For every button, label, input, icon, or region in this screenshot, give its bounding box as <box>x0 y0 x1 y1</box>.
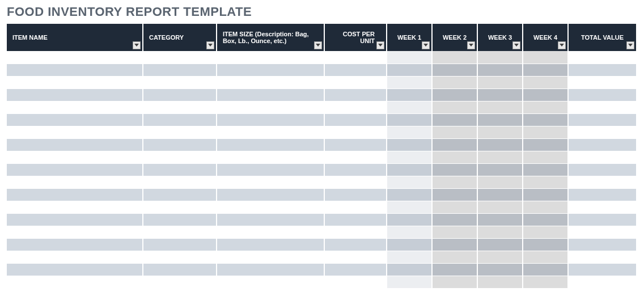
table-cell[interactable] <box>324 101 387 113</box>
table-cell[interactable] <box>387 64 432 76</box>
table-cell[interactable] <box>143 201 217 213</box>
table-cell[interactable] <box>477 238 523 251</box>
table-cell[interactable] <box>387 226 432 238</box>
table-cell[interactable] <box>387 176 432 188</box>
table-cell[interactable] <box>523 226 568 238</box>
table-cell[interactable] <box>143 238 217 251</box>
table-cell[interactable] <box>432 126 477 138</box>
table-cell[interactable] <box>523 151 568 163</box>
table-cell[interactable] <box>477 163 523 176</box>
table-cell[interactable] <box>143 64 217 76</box>
table-cell[interactable] <box>387 263 432 276</box>
table-cell[interactable] <box>523 176 568 188</box>
table-cell[interactable] <box>7 76 143 88</box>
filter-dropdown-icon[interactable] <box>422 41 430 49</box>
table-cell[interactable] <box>477 51 523 64</box>
table-cell[interactable] <box>523 101 568 113</box>
table-cell[interactable] <box>432 138 477 151</box>
table-cell[interactable] <box>523 188 568 201</box>
table-cell[interactable] <box>217 126 324 138</box>
table-cell[interactable] <box>568 276 636 288</box>
table-cell[interactable] <box>324 51 387 64</box>
table-cell[interactable] <box>568 201 636 213</box>
table-cell[interactable] <box>387 101 432 113</box>
table-cell[interactable] <box>432 101 477 113</box>
table-cell[interactable] <box>477 113 523 126</box>
table-cell[interactable] <box>7 88 143 101</box>
filter-dropdown-icon[interactable] <box>376 41 384 49</box>
table-cell[interactable] <box>217 238 324 251</box>
table-cell[interactable] <box>568 251 636 263</box>
table-cell[interactable] <box>143 176 217 188</box>
table-cell[interactable] <box>7 251 143 263</box>
table-cell[interactable] <box>7 201 143 213</box>
table-cell[interactable] <box>143 151 217 163</box>
table-cell[interactable] <box>7 51 143 64</box>
table-cell[interactable] <box>143 163 217 176</box>
table-cell[interactable] <box>523 51 568 64</box>
table-cell[interactable] <box>477 138 523 151</box>
filter-dropdown-icon[interactable] <box>558 41 566 49</box>
table-cell[interactable] <box>324 263 387 276</box>
table-cell[interactable] <box>477 176 523 188</box>
table-cell[interactable] <box>477 101 523 113</box>
table-cell[interactable] <box>143 88 217 101</box>
table-cell[interactable] <box>7 238 143 251</box>
table-cell[interactable] <box>432 226 477 238</box>
table-cell[interactable] <box>387 188 432 201</box>
table-cell[interactable] <box>324 201 387 213</box>
table-cell[interactable] <box>217 263 324 276</box>
table-cell[interactable] <box>523 238 568 251</box>
table-cell[interactable] <box>523 126 568 138</box>
table-cell[interactable] <box>324 251 387 263</box>
table-cell[interactable] <box>7 113 143 126</box>
table-cell[interactable] <box>523 251 568 263</box>
table-cell[interactable] <box>143 188 217 201</box>
table-cell[interactable] <box>217 163 324 176</box>
table-cell[interactable] <box>523 113 568 126</box>
table-cell[interactable] <box>432 201 477 213</box>
table-cell[interactable] <box>568 138 636 151</box>
table-cell[interactable] <box>143 263 217 276</box>
table-cell[interactable] <box>432 113 477 126</box>
table-cell[interactable] <box>324 76 387 88</box>
table-cell[interactable] <box>568 88 636 101</box>
table-cell[interactable] <box>143 213 217 226</box>
table-cell[interactable] <box>217 138 324 151</box>
table-cell[interactable] <box>143 126 217 138</box>
table-cell[interactable] <box>432 151 477 163</box>
table-cell[interactable] <box>217 226 324 238</box>
table-cell[interactable] <box>523 201 568 213</box>
table-cell[interactable] <box>7 138 143 151</box>
table-cell[interactable] <box>217 176 324 188</box>
table-cell[interactable] <box>387 201 432 213</box>
table-cell[interactable] <box>7 226 143 238</box>
table-cell[interactable] <box>387 113 432 126</box>
table-cell[interactable] <box>7 163 143 176</box>
table-cell[interactable] <box>432 88 477 101</box>
table-cell[interactable] <box>523 213 568 226</box>
table-cell[interactable] <box>568 163 636 176</box>
filter-dropdown-icon[interactable] <box>206 41 214 49</box>
table-cell[interactable] <box>324 226 387 238</box>
table-cell[interactable] <box>143 138 217 151</box>
table-cell[interactable] <box>217 188 324 201</box>
table-cell[interactable] <box>477 251 523 263</box>
table-cell[interactable] <box>7 263 143 276</box>
table-cell[interactable] <box>432 176 477 188</box>
table-cell[interactable] <box>523 138 568 151</box>
table-cell[interactable] <box>387 76 432 88</box>
table-cell[interactable] <box>7 176 143 188</box>
table-cell[interactable] <box>568 238 636 251</box>
table-cell[interactable] <box>568 213 636 226</box>
table-cell[interactable] <box>324 176 387 188</box>
table-cell[interactable] <box>568 126 636 138</box>
table-cell[interactable] <box>432 51 477 64</box>
table-cell[interactable] <box>432 188 477 201</box>
table-cell[interactable] <box>324 238 387 251</box>
table-cell[interactable] <box>568 176 636 188</box>
table-cell[interactable] <box>7 151 143 163</box>
filter-dropdown-icon[interactable] <box>626 41 634 49</box>
table-cell[interactable] <box>477 263 523 276</box>
table-cell[interactable] <box>523 64 568 76</box>
